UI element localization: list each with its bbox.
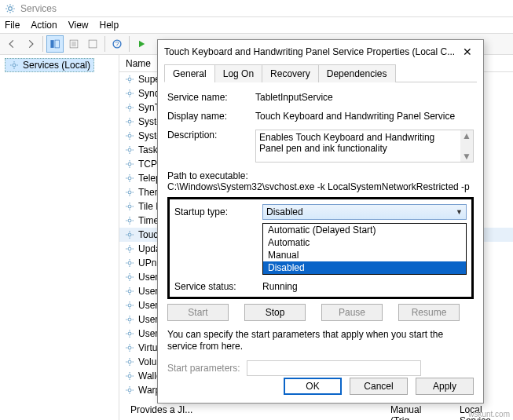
svg-line-8 [13,5,13,5]
status-row: Provides a JI... Manual (Trig... Local S… [126,403,513,418]
close-icon[interactable]: ✕ [458,44,477,60]
gear-icon [124,116,135,127]
gear-icon [124,272,135,283]
svg-point-54 [128,148,131,152]
svg-point-129 [128,360,131,363]
start-button[interactable]: Start [167,304,229,321]
startup-type-dropdown[interactable]: Automatic (Delayed Start)AutomaticManual… [262,223,467,275]
export-button[interactable] [84,35,101,53]
gear-icon [124,74,135,85]
tab-dependencies[interactable]: Dependencies [318,64,396,82]
start-params-hint: You can specify the start parameters tha… [167,329,474,352]
stop-button[interactable]: Stop [244,304,306,321]
svg-point-139 [128,389,131,392]
gear-icon [124,102,135,113]
svg-point-94 [128,261,131,265]
nav-back-button[interactable] [3,35,20,53]
pause-button[interactable]: Pause [321,304,383,321]
toolbar-separator [129,36,130,52]
gear-icon [124,257,135,268]
svg-line-7 [7,10,8,11]
gear-icon [124,300,135,311]
menu-file[interactable]: File [5,20,20,31]
service-control-buttons: Start Stop Pause Resume [167,304,474,321]
tree-pane: Services (Local) [0,55,119,420]
gear-icon [124,201,135,212]
svg-point-44 [128,120,131,123]
svg-point-49 [128,134,131,137]
gear-icon [124,356,135,367]
menubar: File Action View Help [0,17,513,33]
menu-help[interactable]: Help [100,20,119,31]
chevron-down-icon: ▼ [456,208,463,216]
resume-button[interactable]: Resume [398,304,460,321]
startup-type-value: Disabled [266,206,303,217]
watermark: wskunt.com [468,410,510,418]
gear-icon [124,342,135,353]
dialog-button-row: OK Cancel Apply [284,378,474,395]
label-service-name: Service name: [167,92,255,103]
properties-button[interactable] [65,35,82,53]
help-button[interactable]: ? [108,35,126,53]
value-service-name: TabletInputService [255,92,474,103]
svg-point-99 [128,276,131,279]
svg-point-124 [128,346,131,349]
dropdown-option[interactable]: Automatic [263,236,466,249]
svg-rect-10 [55,40,60,48]
highlighted-section: Startup type: Disabled ▼ Automatic (Dela… [167,197,474,299]
value-path: C:\Windows\System32\svchost.exe -k Local… [167,181,474,192]
window-title: Services [20,3,57,14]
tab-body-general: Service name: TabletInputService Display… [158,82,483,381]
show-hide-tree-button[interactable] [46,35,64,53]
gear-icon [124,229,135,240]
svg-point-74 [128,205,131,208]
svg-point-64 [128,177,131,180]
svg-point-79 [128,219,131,222]
tab-strip: General Log On Recovery Dependencies [164,64,477,82]
menu-action[interactable]: Action [31,20,57,31]
dropdown-option[interactable]: Manual [263,249,466,261]
description-scrollbar[interactable]: ▲▼ [460,130,473,162]
tab-general[interactable]: General [164,64,215,82]
gear-icon [124,187,135,198]
label-path: Path to executable: [167,170,474,181]
gear-icon [124,385,135,396]
tree-node-services-local[interactable]: Services (Local) [5,58,94,72]
cancel-button[interactable]: Cancel [350,378,408,395]
ok-button[interactable]: OK [284,378,342,395]
svg-point-109 [128,304,131,307]
dropdown-option[interactable]: Automatic (Delayed Start) [263,224,466,236]
gear-icon [124,371,135,382]
description-box: Enables Touch Keyboard and Handwriting P… [255,130,474,163]
svg-point-0 [9,6,13,10]
dropdown-option[interactable]: Disabled [263,261,466,274]
start-params-input[interactable] [247,360,421,376]
window-titlebar: Services [0,0,513,17]
svg-point-39 [128,106,131,109]
label-description: Description: [167,130,255,163]
start-service-button[interactable] [133,35,150,53]
svg-point-89 [128,247,131,250]
apply-button[interactable]: Apply [416,378,474,395]
tab-recovery[interactable]: Recovery [262,64,319,82]
gear-icon [124,243,135,254]
startup-type-combobox[interactable]: Disabled ▼ [262,204,467,220]
dialog-titlebar[interactable]: Touch Keyboard and Handwriting Panel Ser… [158,40,483,64]
svg-point-114 [128,318,131,321]
label-startup-type: Startup type: [174,206,262,217]
svg-line-6 [13,10,13,11]
svg-point-34 [128,92,131,95]
tab-logon[interactable]: Log On [214,64,262,82]
app-icon [5,3,16,14]
svg-rect-9 [50,40,53,48]
gear-icon [124,144,135,155]
service-properties-dialog: Touch Keyboard and Handwriting Panel Ser… [157,39,484,404]
gear-icon [124,215,135,226]
menu-view[interactable]: View [68,20,89,31]
nav-forward-button[interactable] [22,35,39,53]
gear-icon [124,88,135,99]
gear-icon [124,286,135,297]
gear-icon [124,173,135,184]
svg-text:?: ? [115,40,119,48]
gear-icon [124,328,135,339]
